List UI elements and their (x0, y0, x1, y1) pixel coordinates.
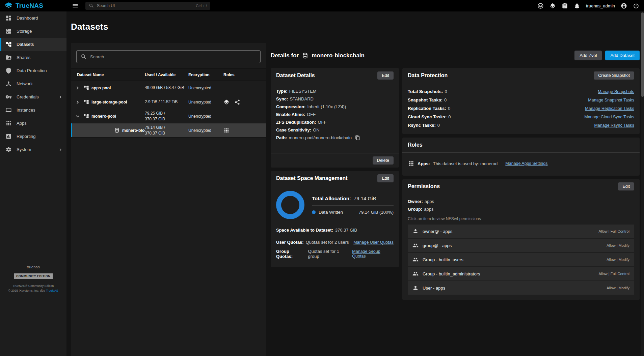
alerts-button[interactable] (574, 3, 580, 9)
field-label: ZFS Deduplication: (276, 120, 316, 125)
jobs-button[interactable] (562, 3, 568, 9)
encryption-status: Unencrypted (188, 128, 223, 133)
legend-dot (312, 210, 316, 214)
datasets-icon (5, 41, 12, 48)
create-snapshot-button[interactable]: Create Snapshot (594, 71, 634, 80)
manage-user-quotas-link[interactable]: Manage User Quotas (353, 240, 394, 245)
username[interactable]: truenas_admin (586, 3, 615, 8)
sidebar-item-shares[interactable]: Shares (0, 51, 66, 64)
truenas-app: TrueNAS Search UI Ctrl + / truenas_admin… (0, 0, 644, 356)
sidebar-item-label: Instances (17, 108, 35, 113)
sidebar-item-network[interactable]: Network (0, 77, 66, 90)
storage-role-icon[interactable] (223, 99, 230, 105)
scrollbar[interactable] (641, 11, 644, 356)
apps-role-icon[interactable] (223, 127, 230, 134)
manage-replication-tasks-link[interactable]: Manage Replication Tasks (585, 106, 634, 111)
manage-group-quotas-link[interactable]: Manage Group Quotas (352, 249, 394, 259)
user-menu-button[interactable] (621, 3, 627, 9)
manage-rsync-tasks-link[interactable]: Manage Rsync Tasks (594, 123, 634, 128)
share-role-icon[interactable] (234, 99, 240, 105)
edit-permissions-button[interactable]: Edit (618, 182, 634, 190)
add-dataset-button[interactable]: Add Dataset (605, 51, 640, 60)
shares-icon (5, 54, 12, 61)
sidebar-item-datasets[interactable]: Datasets (0, 38, 66, 51)
sidebar-item-dashboard[interactable]: Dashboard (0, 11, 66, 25)
power-button[interactable] (633, 3, 639, 9)
owner-value: apps (425, 199, 434, 204)
permission-item-builtin-administrators[interactable]: Group - builtin_administrators Allow | F… (408, 267, 634, 280)
feedback-button[interactable] (537, 3, 544, 9)
chart-icon (5, 133, 12, 140)
field-value: STANDARD (290, 96, 314, 101)
manage-cloud-sync-tasks-link[interactable]: Manage Cloud Sync Tasks (584, 115, 634, 119)
permission-value: Allow | Modify (607, 258, 629, 262)
sidebar-item-instances[interactable]: Instances (0, 103, 66, 117)
main-content: Datasets Search Dataset Name Used / Avai… (66, 11, 644, 356)
collapse-row-icon[interactable] (74, 113, 81, 120)
permission-item-group[interactable]: group@ - apps Allow | Modify (408, 239, 634, 252)
available-value: 370.37 GiB (335, 228, 357, 233)
add-zvol-button[interactable]: Add Zvol (574, 51, 602, 60)
available-label: Space Available to Dataset: (276, 228, 333, 233)
manage-snapshot-tasks-link[interactable]: Manage Snapshot Tasks (588, 98, 634, 102)
sidebar-item-credentials[interactable]: Credentials (0, 90, 66, 103)
table-row-apps-pool[interactable]: apps-pool 49.09 GiB / 58.47 GiB Unencryp… (71, 81, 266, 95)
dp-label: Total Snapshots: (408, 89, 443, 94)
table-row-monero-blockchain[interactable]: monero-blockchain 79.14 GiB / 370.37 GiB… (71, 123, 266, 138)
data-protection-card: Data Protection Create Snapshot Total Sn… (402, 68, 640, 134)
card-title: Permissions (408, 183, 440, 189)
brand-name: TrueNAS (16, 2, 43, 9)
expand-row-icon[interactable] (74, 85, 81, 91)
footer-edition-text: TrueNAS® Community Edition (0, 284, 66, 288)
manage-snapshots-link[interactable]: Manage Snapshots (598, 89, 634, 94)
footer-copyright: © 2025 iXsystems, Inc. dba TrueNAS (0, 289, 66, 292)
dp-label: Cloud Sync Tasks: (408, 114, 447, 119)
delete-dataset-button[interactable]: Delete (373, 156, 394, 165)
sidebar-item-reporting[interactable]: Reporting (0, 130, 66, 143)
sidebar-item-storage[interactable]: Storage (0, 25, 66, 38)
used-available: 79.14 GiB / 370.37 GiB (145, 125, 188, 136)
person-icon (412, 285, 419, 291)
edit-space-button[interactable]: Edit (377, 174, 394, 182)
dp-label: Snapshot Tasks: (408, 97, 442, 102)
permission-item-builtin-users[interactable]: Group - builtin_users Allow | Modify (408, 253, 634, 266)
layers-icon (549, 3, 556, 9)
truecommand-button[interactable] (549, 3, 556, 9)
permission-name: Group - builtin_administrators (423, 271, 480, 276)
details-header: Details for monero-blockchain Add Zvol A… (271, 43, 640, 68)
table-row-large-storage-pool[interactable]: large-storage-pool 2.9 TiB / 11.52 TiB U… (71, 95, 266, 109)
sidebar-item-apps[interactable]: Apps (0, 117, 66, 130)
sidebar-item-label: Network (17, 81, 33, 86)
field-label: Enable Atime: (276, 112, 305, 117)
brand[interactable]: TrueNAS (0, 2, 66, 10)
user-quotas-value: Quotas set for 2 users (306, 240, 349, 245)
sidebar-item-label: Credentials (17, 94, 39, 99)
permission-value: Allow | Full Control (599, 229, 630, 233)
sidebar-item-label: Apps (17, 121, 27, 126)
dataset-path: monero-pool/monero-blockchain (289, 135, 352, 140)
menu-toggle-button[interactable] (72, 2, 79, 9)
field-label: Sync: (276, 96, 288, 101)
global-search-input[interactable]: Search UI Ctrl + / (85, 2, 210, 10)
column-roles: Roles (223, 72, 266, 77)
table-row-monero-pool[interactable]: monero-pool 79.25 GiB / 370.37 GiB Unenc… (71, 109, 266, 123)
dataset-search-input[interactable]: Search (76, 50, 261, 63)
used-available: 49.09 GiB / 58.47 GiB (145, 85, 188, 90)
dataset-details-card: Dataset Details Edit Type:FILESYSTEM Syn… (271, 68, 399, 168)
scrollbar-thumb[interactable] (641, 12, 644, 97)
sidebar-item-data-protection[interactable]: Data Protection (0, 64, 66, 77)
permission-item-owner[interactable]: owner@ - apps Allow | Full Control (408, 225, 634, 238)
edit-dataset-details-button[interactable]: Edit (377, 71, 394, 80)
pool-icon (83, 85, 89, 91)
dp-label: Replication Tasks: (408, 106, 446, 111)
copy-path-icon[interactable] (355, 135, 360, 140)
gear-icon (5, 146, 12, 153)
permission-item-user-apps[interactable]: User - apps Allow | Modify (408, 281, 634, 295)
truenas-footer-link[interactable]: TrueNAS (46, 289, 58, 292)
permissions-card: Permissions Edit Owner:apps Group:apps C… (402, 179, 640, 300)
sidebar-item-label: Data Protection (17, 68, 47, 73)
total-allocation-label: Total Allocation: (312, 196, 351, 201)
expand-row-icon[interactable] (74, 99, 81, 106)
sidebar-item-system[interactable]: System (0, 143, 66, 156)
manage-apps-settings-link[interactable]: Manage Apps Settings (505, 161, 547, 166)
